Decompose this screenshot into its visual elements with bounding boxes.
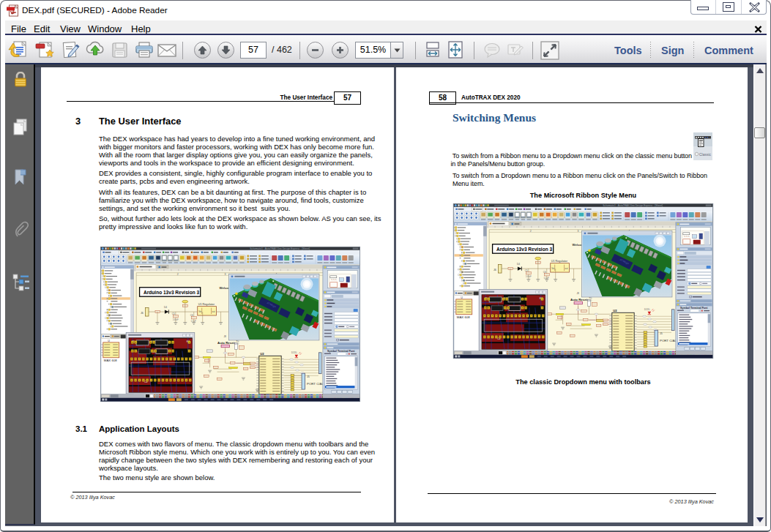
svg-text:MAX 608: MAX 608 bbox=[104, 359, 118, 362]
svg-text:Auto Reset: Auto Reset bbox=[217, 341, 235, 345]
svg-text:U: U bbox=[108, 340, 110, 342]
svg-text:PORT C/A0: PORT C/A0 bbox=[307, 382, 324, 386]
svg-text:J5: J5 bbox=[307, 375, 310, 378]
svg-text:2: 2 bbox=[530, 230, 532, 233]
svg-text:Schematic1 - AutoTRAX Dex Desi: Schematic1 - AutoTRAX Dex Design Express… bbox=[603, 204, 663, 207]
svg-text:out: out bbox=[565, 267, 568, 270]
svg-text:Arduino 13v3 Revision 3: Arduino 13v3 Revision 3 bbox=[496, 247, 552, 252]
svg-text:J6: J6 bbox=[141, 312, 144, 315]
svg-text:Classic: Classic bbox=[699, 152, 712, 157]
svg-text:0.1uF: 0.1uF bbox=[191, 320, 196, 323]
svg-text:10kO: 10kO bbox=[586, 299, 592, 302]
svg-text:3: 3 bbox=[225, 273, 226, 276]
svg-text:C5: C5 bbox=[172, 312, 175, 315]
svg-text:100uF: 100uF bbox=[173, 318, 179, 321]
svg-text:Vin: Vin bbox=[198, 310, 201, 313]
svg-text:U2: U2 bbox=[613, 309, 617, 312]
svg-text:J8: J8 bbox=[577, 292, 580, 295]
svg-text:Vin: Vin bbox=[551, 267, 554, 270]
svg-text:U1 Regulator: U1 Regulator bbox=[198, 303, 215, 306]
svg-text:D4: D4 bbox=[164, 306, 167, 309]
svg-text:U: U bbox=[461, 296, 463, 299]
svg-text:Symbol Terminal Font: Symbol Terminal Font bbox=[327, 350, 355, 353]
svg-text:PORT C/A0: PORT C/A0 bbox=[660, 339, 677, 342]
svg-text:Auto Reset: Auto Reset bbox=[570, 298, 588, 301]
svg-text:MAX 608: MAX 608 bbox=[457, 315, 471, 319]
svg-text:3: 3 bbox=[578, 230, 579, 233]
svg-text:0.1uF: 0.1uF bbox=[544, 277, 549, 280]
svg-text:∿∿∿: ∿∿∿ bbox=[684, 235, 690, 238]
svg-text:100uF: 100uF bbox=[526, 275, 532, 278]
svg-text:D4: D4 bbox=[517, 263, 520, 266]
svg-text:2: 2 bbox=[177, 273, 179, 276]
svg-text:J5: J5 bbox=[660, 332, 663, 335]
svg-text:J8: J8 bbox=[224, 335, 227, 338]
svg-text:C6: C6 bbox=[190, 314, 193, 317]
svg-text:D13 L: D13 L bbox=[644, 308, 650, 311]
svg-text:Symbol Terminal Font: Symbol Terminal Font bbox=[680, 307, 708, 310]
svg-text:out: out bbox=[212, 310, 215, 313]
svg-text:U2: U2 bbox=[260, 352, 264, 356]
svg-text:C6: C6 bbox=[543, 271, 546, 274]
svg-text:C5: C5 bbox=[525, 269, 528, 272]
svg-text:Schematic1 - AutoTRAX Dex Desi: Schematic1 - AutoTRAX Dex Design Express… bbox=[250, 247, 310, 250]
svg-text:J6: J6 bbox=[493, 269, 496, 271]
svg-text:U1 Regulator: U1 Regulator bbox=[551, 260, 568, 263]
svg-text:D13 L: D13 L bbox=[291, 351, 297, 354]
svg-text:10kO: 10kO bbox=[234, 342, 239, 345]
svg-text:Arduino 13v3 Revision 3: Arduino 13v3 Revision 3 bbox=[144, 290, 199, 295]
svg-text:∿∿∿: ∿∿∿ bbox=[331, 278, 337, 281]
